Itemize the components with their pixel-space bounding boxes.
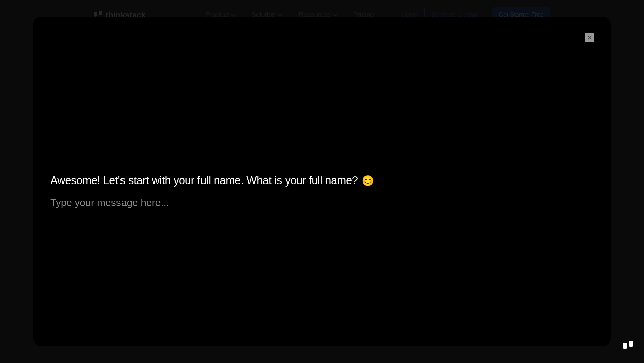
chat-widget-button[interactable]	[618, 337, 638, 357]
widget-logo-icon	[622, 341, 634, 353]
message-input[interactable]	[50, 197, 594, 208]
smile-emoji-icon: 😊	[361, 175, 374, 187]
chat-content: Awesome! Let's start with your full name…	[50, 174, 594, 208]
close-icon	[587, 34, 593, 41]
chat-prompt: Awesome! Let's start with your full name…	[50, 174, 594, 187]
close-button[interactable]	[585, 33, 594, 42]
prompt-text: Awesome! Let's start with your full name…	[50, 174, 358, 187]
chat-modal: Awesome! Let's start with your full name…	[33, 17, 611, 346]
